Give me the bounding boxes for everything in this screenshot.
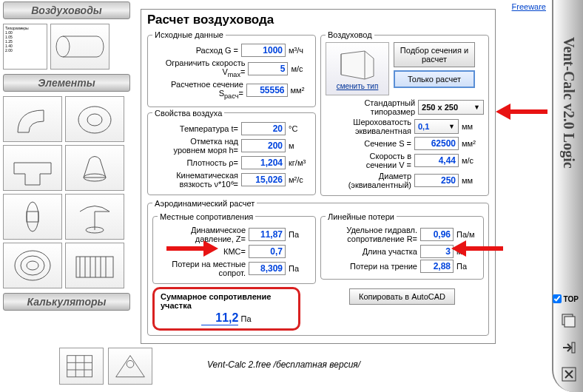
total-result: Суммарное сопротивление участка 11,2 Па [152,287,300,331]
dyn-output: 11,87 [249,228,286,241]
section-output: 55556 [246,84,288,97]
L-input[interactable]: 3 [420,245,454,258]
D-label: Диаметр (эквивалентный) [337,172,411,189]
reducer-icon[interactable] [65,96,124,142]
round-duct-icon[interactable] [50,24,109,70]
rough-label: Шероховатость эквивалентная [337,118,411,135]
total-unit: Па [241,314,252,323]
aero-fieldset: Аэродинамический расчет Местные сопротив… [147,199,489,336]
stack-icon[interactable] [559,311,579,331]
duct-table-icon[interactable]: Типоразмеры1.001.051.251.402.00 [3,24,47,70]
local-legend: Местные сопротивления [158,212,255,221]
visc-unit: м²/с [289,175,311,184]
section-unit: мм² [291,86,311,95]
dens-output: 1,204 [241,156,286,169]
sidebar-header-elements[interactable]: Элементы [3,74,130,92]
svg-rect-1 [565,317,575,327]
damper-icon[interactable] [3,194,62,240]
total-label: Суммарное сопротивление участка [161,292,292,310]
rough-unit: мм [462,122,484,131]
loss-unit: Па [289,264,311,273]
duct-preview[interactable]: сменить тип [326,42,389,95]
close-icon[interactable] [559,364,579,385]
tee-icon[interactable] [3,145,62,191]
D-output: 250 [414,174,459,187]
S-output: 62500 [414,137,459,150]
svg-point-26 [127,360,134,368]
flow-input[interactable]: 1000 [241,44,286,57]
kmc-label: КМС= [223,247,246,256]
local-fieldset: Местные сопротивления Динамическое давле… [152,212,316,284]
vmax-input[interactable]: 5 [248,62,288,75]
dyn-label: Динамическое давление, Z= [172,226,246,243]
source-fieldset: Исходные данные Расход G =1000м³/ч Огран… [147,30,316,107]
copy-autocad-button[interactable]: Копировать в AutoCAD [349,288,455,305]
alt-input[interactable]: 200 [241,139,286,152]
D-unit: мм [462,176,484,185]
arrow-annotation-icon [496,101,547,124]
section-label: Расчетное сечение Sрасч= [152,80,243,100]
visc-label: Кинематическая вязкость ν*10⁶= [157,171,238,189]
fric-unit: Па [456,262,479,271]
L-unit: м [456,247,479,256]
svg-point-8 [27,202,38,232]
temp-label: Температура t= [180,124,238,133]
duct-legend: Воздуховод [326,30,374,39]
vmax-label: Ограничить скорость Vmax= [152,58,246,78]
top-check-input[interactable] [553,294,562,303]
change-type-link[interactable]: сменить тип [337,82,379,90]
svg-point-12 [21,256,44,275]
chevron-down-icon: ▼ [448,123,455,130]
heater-icon[interactable] [65,243,124,288]
app-title: Vent-Calc v2.0 Logic [560,37,577,169]
visc-output: 15,026 [241,173,286,186]
svg-rect-9 [27,212,38,222]
alt-unit: м [289,141,311,150]
S-unit: мм² [462,139,484,148]
line-legend: Линейные потери [326,212,397,221]
line-fieldset: Линейные потери Удельное гидравл. сопрот… [320,212,484,280]
R-label: Удельное гидравл. сопротивление R= [336,226,417,243]
svg-point-4 [56,36,70,57]
V-output: 4,44 [414,154,459,167]
S-label: Сечение S = [364,139,411,148]
source-legend: Исходные данные [152,30,226,39]
R-unit: Па/м [456,230,479,239]
air-legend: Свойства воздуха [152,109,224,118]
pick-section-button[interactable]: Подбор сечения и расчет [394,42,475,67]
calc-building-icon[interactable] [59,348,104,385]
elbow-icon[interactable] [3,96,62,142]
cap-icon[interactable] [65,145,124,191]
sidebar-header-calc[interactable]: Калькуляторы [3,293,130,311]
version-text: Vent-Calc 2.free /бесплатная версия/ [207,359,360,370]
R-output: 0,96 [420,228,454,241]
alt-label: Отметка над уровнем моря h= [157,137,238,155]
svg-point-11 [15,251,50,280]
rough-select[interactable]: 0,1▼ [414,119,459,134]
dens-unit: кг/м³ [289,158,311,167]
export-icon[interactable] [559,337,579,358]
chevron-down-icon: ▼ [474,104,480,111]
calc-only-button[interactable]: Только расчет [394,70,475,88]
svg-point-13 [27,261,38,270]
V-unit: м/с [462,156,484,165]
aero-legend: Аэродинамический расчет [152,199,257,208]
top-checkbox[interactable]: TOP [553,294,579,303]
temp-input[interactable]: 20 [241,122,286,135]
kmc-input[interactable]: 0,7 [249,245,286,258]
top-label: TOP [564,295,579,303]
L-label: Длина участка [363,247,417,256]
svg-rect-21 [67,356,92,377]
sidebar-header-ducts[interactable]: Воздуховоды [3,1,130,19]
calc-drafting-icon[interactable] [108,348,152,385]
grille-icon[interactable] [3,243,62,288]
size-select[interactable]: 250 x 250▼ [418,100,484,115]
freeware-link[interactable]: Freeware [512,2,546,11]
air-fieldset: Свойства воздуха Температура t=20°C Отме… [147,109,316,195]
flow-unit: м³/ч [289,46,311,55]
fric-output: 2,88 [420,260,454,273]
temp-unit: °C [289,124,311,133]
dens-label: Плотность ρ= [186,158,238,167]
umbrella-icon[interactable] [65,194,124,240]
size-label: Стандартный типоразмер [326,98,415,116]
